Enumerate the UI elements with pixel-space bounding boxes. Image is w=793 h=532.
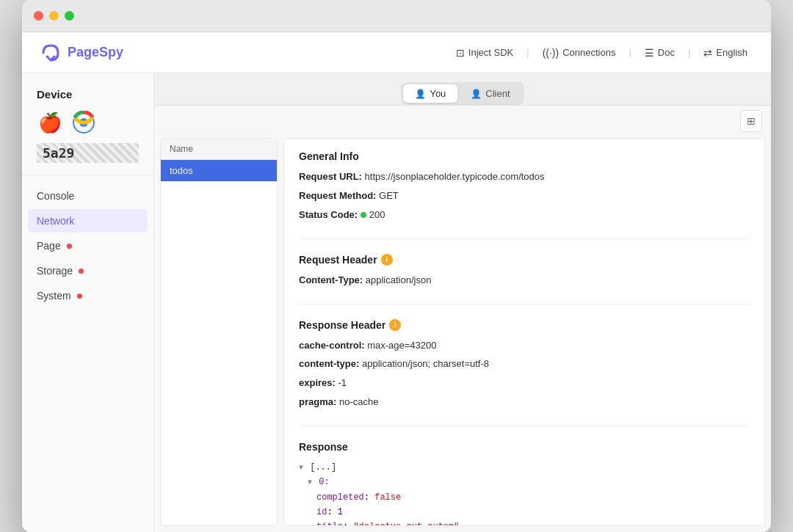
content-area: 👤 You 👤 Client ⊞ [154, 73, 771, 532]
connections-icon: ((·)) [543, 47, 560, 59]
resp-content-type-label: content-type: [299, 358, 359, 369]
close-button[interactable] [34, 11, 43, 21]
main-content: Device 🍎 [22, 73, 771, 532]
sidebar-page-label: Page [37, 240, 61, 252]
nav-divider-3: | [688, 47, 690, 58]
client-tab-icon: 👤 [471, 89, 482, 99]
sidebar-item-page[interactable]: Page [28, 234, 148, 258]
expires-value: -1 [338, 377, 347, 388]
title-key: title [316, 522, 343, 526]
colon2: : [327, 507, 337, 517]
pragma-label: pragma: [299, 396, 336, 407]
expires-label: expires: [299, 377, 336, 388]
device-icons: 🍎 [37, 109, 139, 136]
request-url-label: Request URL: [299, 171, 362, 182]
nav-connections[interactable]: ((·)) Connections [537, 44, 622, 62]
app-window: PageSpy ⊡ Inject SDK | ((·)) Connections… [22, 0, 771, 532]
nav-doc[interactable]: ☰ Doc [639, 44, 681, 62]
expires-row: expires: -1 [299, 376, 750, 391]
header: PageSpy ⊡ Inject SDK | ((·)) Connections… [22, 32, 771, 73]
section-request-header: Request Header i Content-Type: applicati… [299, 254, 750, 305]
colon1: : [364, 492, 374, 503]
name-list: Name todos [160, 138, 278, 526]
sidebar-console-label: Console [37, 190, 74, 202]
id-value: 1 [338, 507, 343, 517]
system-dot [77, 294, 82, 299]
nav-connections-label: Connections [562, 47, 615, 58]
json-item0: ▼ 0: [299, 475, 750, 489]
id-key: id [316, 507, 327, 517]
sidebar-item-console[interactable]: Console [28, 184, 148, 208]
response-header-title-text: Response Header [299, 319, 385, 331]
traffic-lights [34, 11, 74, 21]
general-info-title: General Info [299, 150, 750, 162]
req-content-type-text: application/json [366, 274, 432, 285]
sidebar: Device 🍎 [22, 73, 154, 532]
request-url-text: https://jsonplaceholder.typicode.com/tod… [365, 171, 545, 182]
minimize-button[interactable] [49, 11, 59, 21]
cache-control-label: cache-control: [299, 340, 365, 351]
sidebar-item-system[interactable]: System [28, 284, 148, 307]
chrome-icon [70, 109, 97, 136]
response-header-info-icon: i [389, 319, 401, 331]
nav-divider-1: | [526, 47, 529, 58]
device-section: Device 🍎 [22, 88, 153, 175]
logo-text: PageSpy [68, 45, 123, 60]
detail-panel: General Info Request URL: https://jsonpl… [283, 138, 765, 526]
copy-button[interactable]: ⊞ [740, 110, 762, 132]
apple-icon: 🍎 [37, 109, 63, 136]
maximize-button[interactable] [65, 11, 74, 21]
tabs-container: 👤 You 👤 Client [401, 82, 524, 105]
tab-client[interactable]: 👤 Client [459, 84, 521, 103]
page-dot [67, 244, 72, 249]
sidebar-item-network[interactable]: Network [28, 209, 148, 233]
nav-inject-sdk[interactable]: ⊡ Inject SDK [450, 44, 519, 62]
json-id: id: 1 [299, 505, 750, 520]
doc-icon: ☰ [645, 47, 654, 59]
sidebar-storage-label: Storage [37, 265, 73, 277]
response-header-title: Response Header i [299, 319, 750, 331]
detail-container: Name todos General Info Request URL: htt… [154, 132, 771, 532]
title-value: "delectus aut autem" [353, 522, 459, 526]
logo-icon [40, 42, 62, 64]
json-completed: completed: false [299, 490, 750, 505]
status-code-text: 200 [369, 208, 385, 223]
request-method-text: GET [379, 190, 399, 201]
nav-divider-2: | [629, 47, 631, 58]
resp-content-type-value: application/json; charset=utf-8 [362, 358, 489, 369]
req-content-type-label: Content-Type: [299, 274, 363, 285]
response-title: Response [299, 441, 750, 453]
sidebar-network-label: Network [37, 215, 74, 227]
content-type-row: Content-Type: application/json [299, 273, 750, 288]
titlebar [22, 0, 771, 32]
section-response: Response ▼ [...] ▼ 0: [299, 441, 750, 526]
inject-sdk-icon: ⊡ [456, 47, 465, 59]
status-code-label: Status Code: [299, 209, 358, 220]
sidebar-system-label: System [37, 290, 71, 302]
copy-icon: ⊞ [747, 115, 756, 127]
pragma-row: pragma: no-cache [299, 395, 750, 410]
tab-you[interactable]: 👤 You [403, 84, 457, 103]
logo-area: PageSpy [40, 42, 438, 64]
language-icon: ⇄ [703, 47, 712, 59]
request-header-info-icon: i [381, 254, 393, 266]
tab-you-label: You [430, 88, 446, 99]
nav-inject-sdk-label: Inject SDK [468, 47, 513, 58]
device-id: 5a29 [37, 143, 139, 163]
header-nav: ⊡ Inject SDK | ((·)) Connections | ☰ Doc… [450, 44, 753, 62]
sidebar-nav: Console Network Page Storage System [22, 184, 153, 307]
status-code-value: 200 [361, 208, 385, 223]
request-method-label: Request Method: [299, 190, 376, 201]
root-expand-icon[interactable]: ▼ [299, 464, 303, 472]
name-list-item-todos[interactable]: todos [161, 160, 277, 181]
status-dot [361, 212, 366, 218]
nav-english[interactable]: ⇄ English [698, 44, 753, 62]
item0-expand-icon[interactable]: ▼ [308, 478, 312, 487]
cache-control-value: max-age=43200 [367, 340, 436, 351]
sidebar-item-storage[interactable]: Storage [28, 259, 148, 283]
tab-client-label: Client [485, 88, 510, 99]
toolbar-right: ⊞ [154, 106, 771, 132]
completed-value: false [374, 492, 401, 503]
request-url-row: Request URL: https://jsonplaceholder.typ… [299, 170, 750, 185]
section-general-info: General Info Request URL: https://jsonpl… [299, 150, 750, 239]
